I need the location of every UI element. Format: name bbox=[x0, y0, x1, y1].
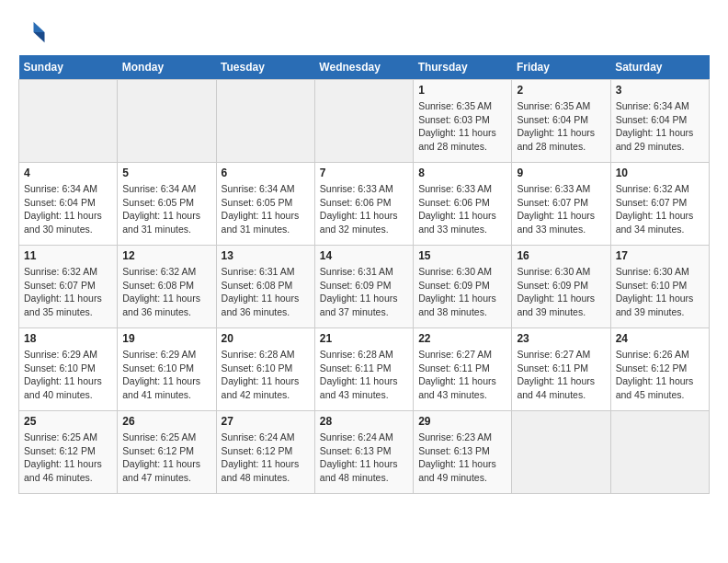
calendar-cell: 26Sunrise: 6:25 AMSunset: 6:12 PMDayligh… bbox=[118, 411, 216, 494]
day-number: 6 bbox=[222, 167, 310, 179]
calendar-cell: 12Sunrise: 6:32 AMSunset: 6:08 PMDayligh… bbox=[118, 246, 216, 328]
week-row-3: 11Sunrise: 6:32 AMSunset: 6:07 PMDayligh… bbox=[19, 246, 710, 328]
calendar-cell: 20Sunrise: 6:28 AMSunset: 6:10 PMDayligh… bbox=[216, 328, 314, 411]
day-info: Sunrise: 6:24 AMSunset: 6:12 PMDaylight:… bbox=[222, 431, 310, 485]
day-info: Sunrise: 6:32 AMSunset: 6:07 PMDaylight:… bbox=[616, 182, 704, 236]
calendar-cell: 3Sunrise: 6:34 AMSunset: 6:04 PMDaylight… bbox=[610, 80, 709, 163]
day-number: 5 bbox=[122, 167, 210, 179]
calendar-cell: 11Sunrise: 6:32 AMSunset: 6:07 PMDayligh… bbox=[19, 246, 118, 328]
day-number: 10 bbox=[616, 167, 704, 179]
calendar-table: SundayMondayTuesdayWednesdayThursdayFrid… bbox=[18, 55, 710, 494]
day-number: 26 bbox=[122, 415, 210, 428]
day-info: Sunrise: 6:30 AMSunset: 6:09 PMDaylight:… bbox=[517, 265, 605, 319]
header-monday: Monday bbox=[118, 55, 216, 80]
day-info: Sunrise: 6:33 AMSunset: 6:06 PMDaylight:… bbox=[418, 182, 506, 236]
day-number: 21 bbox=[320, 332, 408, 345]
header-friday: Friday bbox=[512, 55, 610, 80]
calendar-cell: 9Sunrise: 6:33 AMSunset: 6:07 PMDaylight… bbox=[512, 163, 610, 246]
day-number: 27 bbox=[222, 415, 310, 428]
calendar-cell: 29Sunrise: 6:23 AMSunset: 6:13 PMDayligh… bbox=[414, 411, 512, 494]
calendar-cell: 24Sunrise: 6:26 AMSunset: 6:12 PMDayligh… bbox=[610, 328, 709, 411]
day-number: 20 bbox=[222, 332, 310, 345]
day-number: 11 bbox=[24, 249, 112, 262]
calendar-cell: 28Sunrise: 6:24 AMSunset: 6:13 PMDayligh… bbox=[314, 411, 413, 494]
logo-icon bbox=[18, 18, 46, 46]
day-info: Sunrise: 6:33 AMSunset: 6:06 PMDaylight:… bbox=[320, 182, 408, 236]
day-number: 22 bbox=[418, 332, 506, 345]
day-number: 9 bbox=[517, 167, 605, 179]
calendar-cell: 2Sunrise: 6:35 AMSunset: 6:04 PMDaylight… bbox=[512, 80, 610, 163]
calendar-cell: 14Sunrise: 6:31 AMSunset: 6:09 PMDayligh… bbox=[314, 246, 413, 328]
calendar-header-row: SundayMondayTuesdayWednesdayThursdayFrid… bbox=[19, 55, 710, 80]
day-info: Sunrise: 6:30 AMSunset: 6:09 PMDaylight:… bbox=[418, 265, 506, 319]
calendar-cell: 23Sunrise: 6:27 AMSunset: 6:11 PMDayligh… bbox=[512, 328, 610, 411]
day-info: Sunrise: 6:27 AMSunset: 6:11 PMDaylight:… bbox=[418, 348, 506, 402]
header-wednesday: Wednesday bbox=[314, 55, 413, 80]
day-info: Sunrise: 6:30 AMSunset: 6:10 PMDaylight:… bbox=[616, 265, 704, 319]
calendar-cell: 25Sunrise: 6:25 AMSunset: 6:12 PMDayligh… bbox=[19, 411, 118, 494]
calendar-cell bbox=[216, 80, 314, 163]
week-row-1: 1Sunrise: 6:35 AMSunset: 6:03 PMDaylight… bbox=[19, 80, 710, 163]
day-number: 4 bbox=[24, 167, 112, 179]
calendar-cell bbox=[610, 411, 709, 494]
day-number: 2 bbox=[517, 84, 605, 97]
svg-marker-1 bbox=[34, 32, 45, 42]
day-info: Sunrise: 6:31 AMSunset: 6:09 PMDaylight:… bbox=[320, 265, 408, 319]
calendar-cell: 8Sunrise: 6:33 AMSunset: 6:06 PMDaylight… bbox=[414, 163, 512, 246]
day-info: Sunrise: 6:26 AMSunset: 6:12 PMDaylight:… bbox=[616, 348, 704, 402]
week-row-2: 4Sunrise: 6:34 AMSunset: 6:04 PMDaylight… bbox=[19, 163, 710, 246]
day-info: Sunrise: 6:29 AMSunset: 6:10 PMDaylight:… bbox=[122, 348, 210, 402]
day-info: Sunrise: 6:35 AMSunset: 6:04 PMDaylight:… bbox=[517, 99, 605, 154]
day-info: Sunrise: 6:34 AMSunset: 6:04 PMDaylight:… bbox=[616, 99, 704, 154]
day-number: 19 bbox=[122, 332, 210, 345]
day-number: 14 bbox=[320, 249, 408, 262]
day-info: Sunrise: 6:34 AMSunset: 6:05 PMDaylight:… bbox=[222, 182, 310, 236]
day-info: Sunrise: 6:28 AMSunset: 6:10 PMDaylight:… bbox=[222, 348, 310, 402]
day-number: 29 bbox=[418, 415, 506, 428]
day-info: Sunrise: 6:31 AMSunset: 6:08 PMDaylight:… bbox=[222, 265, 310, 319]
svg-marker-0 bbox=[34, 22, 45, 32]
day-number: 8 bbox=[418, 167, 506, 179]
day-number: 23 bbox=[517, 332, 605, 345]
calendar-cell bbox=[314, 80, 413, 163]
calendar-cell: 13Sunrise: 6:31 AMSunset: 6:08 PMDayligh… bbox=[216, 246, 314, 328]
day-number: 28 bbox=[320, 415, 408, 428]
day-info: Sunrise: 6:29 AMSunset: 6:10 PMDaylight:… bbox=[24, 348, 112, 402]
day-info: Sunrise: 6:34 AMSunset: 6:05 PMDaylight:… bbox=[122, 182, 210, 236]
day-number: 7 bbox=[320, 167, 408, 179]
day-info: Sunrise: 6:35 AMSunset: 6:03 PMDaylight:… bbox=[418, 99, 506, 154]
day-info: Sunrise: 6:32 AMSunset: 6:08 PMDaylight:… bbox=[122, 265, 210, 319]
calendar-cell: 4Sunrise: 6:34 AMSunset: 6:04 PMDaylight… bbox=[19, 163, 118, 246]
calendar-cell: 6Sunrise: 6:34 AMSunset: 6:05 PMDaylight… bbox=[216, 163, 314, 246]
calendar-cell bbox=[512, 411, 610, 494]
header-thursday: Thursday bbox=[414, 55, 512, 80]
day-info: Sunrise: 6:27 AMSunset: 6:11 PMDaylight:… bbox=[517, 348, 605, 402]
day-info: Sunrise: 6:34 AMSunset: 6:04 PMDaylight:… bbox=[24, 182, 112, 236]
calendar-cell: 5Sunrise: 6:34 AMSunset: 6:05 PMDaylight… bbox=[118, 163, 216, 246]
page-header bbox=[18, 18, 710, 46]
week-row-4: 18Sunrise: 6:29 AMSunset: 6:10 PMDayligh… bbox=[19, 328, 710, 411]
calendar-cell: 16Sunrise: 6:30 AMSunset: 6:09 PMDayligh… bbox=[512, 246, 610, 328]
header-saturday: Saturday bbox=[610, 55, 709, 80]
calendar-cell: 7Sunrise: 6:33 AMSunset: 6:06 PMDaylight… bbox=[314, 163, 413, 246]
week-row-5: 25Sunrise: 6:25 AMSunset: 6:12 PMDayligh… bbox=[19, 411, 710, 494]
calendar-cell: 10Sunrise: 6:32 AMSunset: 6:07 PMDayligh… bbox=[610, 163, 709, 246]
day-info: Sunrise: 6:24 AMSunset: 6:13 PMDaylight:… bbox=[320, 431, 408, 485]
calendar-cell: 17Sunrise: 6:30 AMSunset: 6:10 PMDayligh… bbox=[610, 246, 709, 328]
day-number: 3 bbox=[616, 84, 704, 97]
header-sunday: Sunday bbox=[19, 55, 118, 80]
day-number: 25 bbox=[24, 415, 112, 428]
day-number: 1 bbox=[418, 84, 506, 97]
day-number: 16 bbox=[517, 249, 605, 262]
day-info: Sunrise: 6:32 AMSunset: 6:07 PMDaylight:… bbox=[24, 265, 112, 319]
logo bbox=[18, 18, 50, 46]
day-info: Sunrise: 6:23 AMSunset: 6:13 PMDaylight:… bbox=[418, 431, 506, 485]
day-info: Sunrise: 6:33 AMSunset: 6:07 PMDaylight:… bbox=[517, 182, 605, 236]
day-number: 15 bbox=[418, 249, 506, 262]
calendar-cell: 27Sunrise: 6:24 AMSunset: 6:12 PMDayligh… bbox=[216, 411, 314, 494]
day-number: 24 bbox=[616, 332, 704, 345]
day-info: Sunrise: 6:28 AMSunset: 6:11 PMDaylight:… bbox=[320, 348, 408, 402]
calendar-cell: 18Sunrise: 6:29 AMSunset: 6:10 PMDayligh… bbox=[19, 328, 118, 411]
calendar-cell: 22Sunrise: 6:27 AMSunset: 6:11 PMDayligh… bbox=[414, 328, 512, 411]
calendar-cell: 19Sunrise: 6:29 AMSunset: 6:10 PMDayligh… bbox=[118, 328, 216, 411]
